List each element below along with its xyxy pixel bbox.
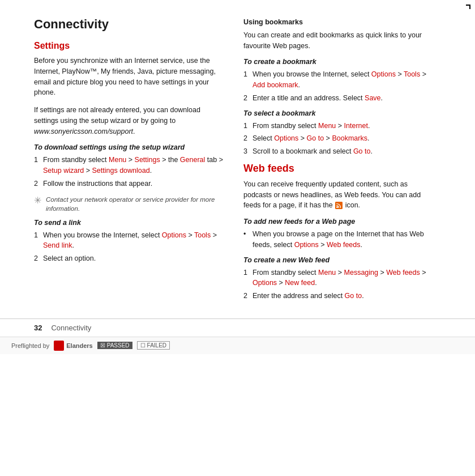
page-container: Connectivity Settings Before you synchro… [0, 0, 475, 354]
tip-text: Contact your network operator or service… [46, 195, 226, 213]
tip-box: ✳ Contact your network operator or servi… [34, 195, 226, 213]
corner-mark [466, 5, 470, 9]
select-bookmark-step-3: 3 Scroll to a bookmark and select Go to. [243, 146, 436, 157]
intro-text: Before you synchronize with an Internet … [34, 56, 226, 98]
setup-step-1: 1 From standby select Menu > Settings > … [34, 155, 226, 176]
footer: 32 Connectivity [0, 318, 475, 337]
create-bookmark-heading: To create a bookmark [243, 58, 436, 66]
svg-rect-0 [335, 202, 343, 209]
elanders-icon [54, 341, 64, 351]
setup-step-2: 2 Follow the instructions that appear. [34, 178, 226, 189]
create-feed-steps: 1 From standby select Menu > Messaging >… [243, 267, 436, 301]
elanders-name: Elanders [66, 342, 92, 349]
settings-note: If settings are not already entered, you… [34, 105, 226, 137]
settings-title: Settings [34, 41, 226, 51]
svg-point-1 [336, 206, 338, 208]
preflight-logo: Elanders [54, 341, 92, 351]
bookmarks-intro: You can create and edit bookmarks as qui… [243, 30, 436, 52]
add-feeds-heading: To add new feeds for a Web page [243, 218, 436, 226]
preflight-bar: Preflighted by Elanders ☒ PASSED ☐ FAILE… [0, 337, 475, 354]
add-feeds-steps: When you browse a page on the Internet t… [243, 229, 436, 250]
checkbox-icon: ☒ [100, 342, 105, 348]
send-link-steps: 1 When you browse the Internet, select O… [34, 230, 226, 264]
main-content: Connectivity Settings Before you synchro… [0, 0, 475, 318]
select-bookmark-step-2: 2 Select Options > Go to > Bookmarks. [243, 133, 436, 144]
checkbox-empty-icon: ☐ [140, 342, 146, 348]
select-bookmark-heading: To select a bookmark [243, 109, 436, 117]
footer-page-number: 32 [34, 324, 42, 332]
rss-icon [335, 202, 343, 209]
left-column: Connectivity Settings Before you synchro… [34, 17, 226, 307]
page-wrapper: Connectivity Settings Before you synchro… [0, 0, 475, 354]
add-feeds-step-1: When you browse a page on the Internet t… [243, 229, 436, 250]
send-link-step-1: 1 When you browse the Internet, select O… [34, 230, 226, 252]
tip-icon: ✳ [34, 195, 41, 206]
select-bookmark-step-1: 1 From standby select Menu > Internet. [243, 121, 436, 131]
bookmarks-heading: Using bookmarks [243, 17, 436, 28]
failed-label: FAILED [147, 342, 166, 348]
passed-label: PASSED [107, 342, 130, 348]
setup-wizard-steps: 1 From standby select Menu > Settings > … [34, 155, 226, 189]
page-title: Connectivity [34, 17, 226, 32]
select-bookmark-steps: 1 From standby select Menu > Internet. 2… [243, 121, 436, 157]
create-bookmark-step-2: 2 Enter a title and an address. Select S… [243, 93, 436, 104]
web-feeds-intro: You can receive frequently updated conte… [243, 179, 436, 211]
setup-wizard-heading: To download settings using the setup wiz… [34, 143, 226, 151]
web-feeds-title: Web feeds [243, 163, 436, 175]
preflight-label: Preflighted by [11, 342, 49, 349]
passed-badge: ☒ PASSED [97, 342, 132, 349]
create-feed-heading: To create a new Web feed [243, 256, 436, 264]
create-feed-step-2: 2 Enter the address and select Go to. [243, 291, 436, 301]
failed-badge: ☐ FAILED [137, 341, 170, 350]
right-column: Using bookmarks You can create and edit … [243, 17, 436, 307]
create-bookmark-step-1: 1 When you browse the Internet, select O… [243, 69, 436, 91]
send-link-step-2: 2 Select an option. [34, 253, 226, 264]
create-bookmark-steps: 1 When you browse the Internet, select O… [243, 69, 436, 103]
footer-label: Connectivity [51, 324, 91, 332]
send-link-heading: To send a link [34, 219, 226, 227]
create-feed-step-1: 1 From standby select Menu > Messaging >… [243, 267, 436, 289]
